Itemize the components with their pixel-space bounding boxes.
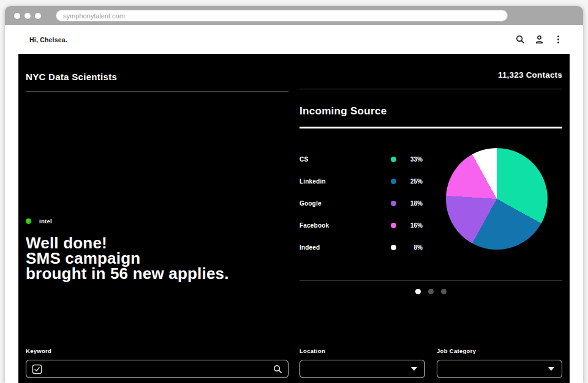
legend-label: Indeed [300,244,391,251]
window-control-dots [14,13,41,19]
pagination-dot[interactable] [441,289,447,294]
legend-dot-icon [391,245,396,250]
divider [300,280,562,281]
incoming-source-title: Incoming Source [300,105,562,117]
left-column: NYC Data Scientists Intel Well done! SMS… [26,54,288,383]
legend-label: Facebook [300,222,391,229]
legend-value: 25% [404,178,423,185]
legend-label: Linkedin [300,178,391,185]
insight-headline: Well done! SMS campaign brought in 56 ne… [26,236,288,281]
legend-item[interactable]: Google18% [300,192,423,214]
address-bar[interactable]: symphonytalent.com [56,10,508,21]
job-category-select[interactable] [437,360,562,378]
legend-value: 8% [404,244,423,251]
pagination-dots [300,289,562,294]
page-title: NYC Data Scientists [26,72,288,82]
intel-label: Intel [39,218,52,225]
pagination-dot[interactable] [415,289,421,294]
divider [300,89,562,89]
legend-label: CS [300,156,391,163]
legend-item[interactable]: CS33% [300,148,423,170]
job-category-label: Job Category [437,348,562,354]
chevron-down-icon [548,367,554,371]
legend-item[interactable]: Indeed8% [300,236,423,258]
keyword-label: Keyword [26,348,288,354]
window-dot-icon[interactable] [35,13,41,19]
intel-indicator: Intel [26,218,288,225]
contacts-count: 11,323 Contacts [300,70,562,80]
dashboard-panel: NYC Data Scientists Intel Well done! SMS… [18,54,570,383]
incoming-source-chart: CS33%Linkedin25%Google18%Facebook16%Inde… [300,148,562,258]
intel-status-dot-icon [26,218,31,224]
section-underline [300,127,562,128]
legend-value: 16% [404,222,423,229]
legend-dot-icon [391,179,396,184]
chevron-down-icon [411,367,417,371]
keyword-search-icon[interactable] [273,365,282,374]
legend-item[interactable]: Linkedin25% [300,170,423,192]
legend-dot-icon [391,157,396,162]
right-column: 11,323 Contacts Incoming Source CS33%Lin… [300,54,562,383]
legend-value: 18% [404,200,423,207]
kebab-menu-icon[interactable] [553,35,563,45]
window-dot-icon[interactable] [14,13,20,19]
divider [26,91,288,92]
user-icon[interactable] [534,35,544,45]
legend-label: Google [300,200,391,207]
keyword-input[interactable] [47,365,268,373]
pagination-dot[interactable] [428,289,434,294]
browser-window: symphonytalent.com Hi, Chelsea. [5,6,583,383]
window-dot-icon[interactable] [24,13,31,19]
legend-dot-icon [391,223,396,228]
location-label: Location [300,348,425,354]
location-select[interactable] [300,360,425,378]
keyword-field[interactable] [26,360,288,378]
legend-item[interactable]: Facebook16% [300,214,423,236]
legend-dot-icon [391,201,396,206]
browser-chrome-bar: symphonytalent.com [5,6,583,25]
headline-line: brought in 56 new applies. [26,266,288,281]
incoming-source-legend: CS33%Linkedin25%Google18%Facebook16%Inde… [300,148,423,258]
checked-checkbox-icon[interactable] [32,364,42,374]
search-icon[interactable] [515,35,525,45]
greeting-text: Hi, Chelsea. [29,36,67,43]
app-header: Hi, Chelsea. [5,25,583,54]
legend-value: 33% [404,156,423,163]
incoming-source-pie[interactable] [446,148,548,250]
